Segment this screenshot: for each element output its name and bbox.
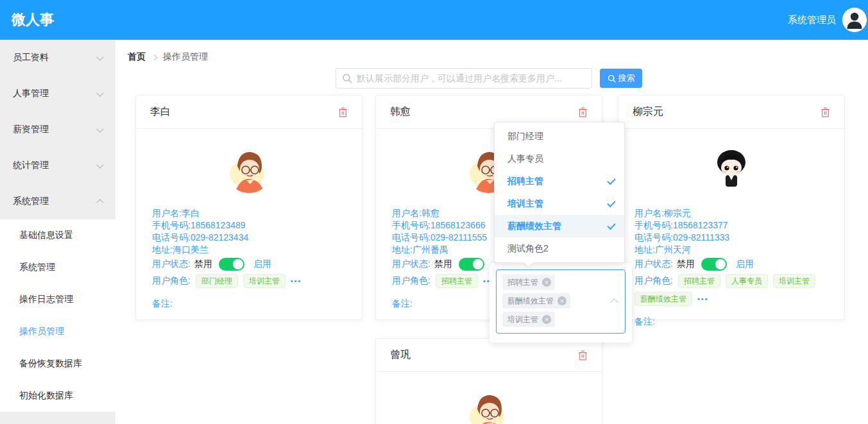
submenu-item-system-management[interactable]: 系统管理 bbox=[0, 251, 115, 284]
role-tag: 人事专员 bbox=[726, 274, 768, 288]
chevron-up-icon bbox=[96, 199, 103, 206]
role-tag: 培训主管 bbox=[243, 274, 285, 288]
avatar bbox=[464, 387, 513, 424]
status-row: 用户状态: 禁用 启用 bbox=[634, 257, 828, 271]
sidebar-item-hr-management[interactable]: 人事管理 bbox=[0, 76, 115, 112]
address-value: 广州番禺 bbox=[413, 244, 448, 255]
delete-user-button[interactable] bbox=[338, 107, 348, 117]
status-row: 用户状态: 禁用 启用 bbox=[152, 257, 346, 271]
status-toggle[interactable] bbox=[459, 258, 484, 271]
role-option-hr-specialist[interactable]: 人事专员 bbox=[495, 148, 624, 170]
role-option-recruitment-supervisor[interactable]: 招聘主管 bbox=[495, 170, 624, 192]
phone-line: 电话号码:029-82111333 bbox=[634, 232, 828, 244]
submenu-item-basic-info-settings[interactable]: 基础信息设置 bbox=[0, 219, 115, 251]
more-roles-button[interactable]: ••• bbox=[291, 277, 302, 285]
card-user-name: 韩愈 bbox=[390, 105, 411, 119]
submenu-item-operator-management[interactable]: 操作员管理 bbox=[0, 316, 115, 348]
role-tag: 招聘主管 bbox=[436, 274, 478, 288]
user-avatar[interactable] bbox=[842, 8, 867, 32]
search-button-label: 搜索 bbox=[618, 72, 635, 84]
status-label: 用户状态: bbox=[634, 259, 673, 270]
selected-role-tag: 招聘主管 × bbox=[502, 275, 555, 290]
role-option-label: 测试角色2 bbox=[507, 243, 549, 255]
username-value: 柳宗元 bbox=[664, 208, 691, 218]
username-value: 李白 bbox=[182, 208, 200, 218]
phone-label: 电话号码: bbox=[152, 232, 191, 242]
address-label: 地址: bbox=[152, 244, 173, 255]
delete-user-button[interactable] bbox=[821, 107, 830, 117]
app-logo: 微人事 bbox=[12, 10, 54, 30]
selected-role-label: 招聘主管 bbox=[507, 277, 538, 288]
sidebar-item-statistics-management[interactable]: 统计管理 bbox=[0, 148, 115, 183]
submenu-item-backup-restore-db[interactable]: 备份恢复数据库 bbox=[0, 348, 115, 380]
mobile-line: 手机号码:18568123377 bbox=[634, 219, 828, 232]
remark-line: 备注: bbox=[634, 316, 828, 341]
role-select-panel: 招聘主管 × 薪酬绩效主管 × 培训主管 × bbox=[489, 263, 632, 343]
delete-user-button[interactable] bbox=[578, 350, 588, 360]
address-label: 地址: bbox=[392, 244, 413, 255]
search-row: 搜索 bbox=[336, 68, 642, 89]
status-toggle[interactable] bbox=[701, 258, 727, 271]
app-window: 微人事 系统管理员 员工资料 人事管理 薪资管理 统计管理 bbox=[0, 0, 868, 424]
more-roles-button[interactable]: ••• bbox=[697, 295, 709, 303]
card-header: 李白 bbox=[136, 96, 362, 129]
user-card-liuzongyuan: 柳宗元 bbox=[618, 95, 845, 320]
phone-line: 电话号码:029-82123434 bbox=[152, 232, 346, 244]
sidebar-item-label: 薪资管理 bbox=[13, 124, 49, 135]
phone-label: 电话号码: bbox=[634, 232, 673, 242]
trash-icon bbox=[821, 107, 830, 117]
username-label: 用户名: bbox=[634, 208, 664, 218]
phone-value: 029-82111555 bbox=[430, 232, 487, 242]
role-label: 用户角色: bbox=[634, 275, 673, 287]
status-toggle[interactable] bbox=[219, 258, 244, 271]
trash-icon bbox=[578, 350, 588, 360]
selected-role-label: 培训主管 bbox=[507, 314, 538, 325]
search-input[interactable] bbox=[355, 69, 589, 88]
search-icon bbox=[342, 73, 352, 83]
delete-user-button[interactable] bbox=[578, 107, 588, 117]
sidebar-item-label: 员工资料 bbox=[13, 52, 49, 64]
card-user-name: 李白 bbox=[150, 105, 171, 119]
submenu-item-operation-log[interactable]: 操作日志管理 bbox=[0, 284, 115, 316]
remove-tag-button[interactable]: × bbox=[542, 315, 551, 324]
current-user-name: 系统管理员 bbox=[788, 14, 836, 26]
remove-tag-button[interactable]: × bbox=[542, 278, 551, 287]
status-disabled-label: 禁用 bbox=[677, 259, 695, 270]
role-option-department-manager[interactable]: 部门经理 bbox=[495, 125, 624, 148]
address-value: 广州天河 bbox=[655, 244, 691, 255]
role-option-training-supervisor[interactable]: 培训主管 bbox=[495, 192, 624, 215]
mobile-value: 18568123377 bbox=[673, 220, 728, 230]
search-icon bbox=[608, 74, 616, 83]
role-option-test-role-2[interactable]: 测试角色2 bbox=[495, 237, 624, 260]
submenu-item-init-db[interactable]: 初始化数据库 bbox=[0, 380, 115, 412]
phone-label: 电话号码: bbox=[392, 232, 430, 242]
role-option-compensation-supervisor[interactable]: 薪酬绩效主管 bbox=[495, 215, 624, 237]
role-dropdown-popup: 部门经理 人事专员 招聘主管 培训主管 薪酬绩效主管 测试角色2 bbox=[494, 122, 625, 263]
system-management-submenu: 基础信息设置 系统管理 操作日志管理 操作员管理 备份恢复数据库 初始化数据库 bbox=[0, 219, 115, 412]
status-disabled-label: 禁用 bbox=[194, 259, 212, 270]
status-label: 用户状态: bbox=[392, 259, 430, 270]
sidebar-item-label: 人事管理 bbox=[13, 88, 49, 99]
role-tag: 薪酬绩效主管 bbox=[634, 292, 692, 306]
role-multiselect-input[interactable]: 招聘主管 × 薪酬绩效主管 × 培训主管 × bbox=[496, 269, 625, 334]
chevron-down-icon bbox=[96, 125, 103, 132]
user-card-libai: 李白 bbox=[135, 95, 362, 320]
roles-row: 用户角色: 部门经理 培训主管 ••• bbox=[152, 274, 346, 288]
avatar bbox=[225, 144, 273, 193]
user-card-zenggong: 曾巩 bbox=[375, 338, 602, 424]
address-line: 地址:广州天河 bbox=[634, 244, 828, 256]
sidebar-item-employee-data[interactable]: 员工资料 bbox=[0, 40, 115, 76]
sidebar-item-salary-management[interactable]: 薪资管理 bbox=[0, 112, 115, 148]
toggle-knob bbox=[233, 259, 243, 269]
role-tag: 招聘主管 bbox=[678, 274, 720, 288]
search-button[interactable]: 搜索 bbox=[600, 69, 642, 88]
selected-role-label: 薪酬绩效主管 bbox=[507, 296, 554, 307]
phone-value: 029-82123434 bbox=[191, 232, 248, 242]
remove-tag-button[interactable]: × bbox=[557, 296, 566, 305]
breadcrumb-home[interactable]: 首页 bbox=[128, 51, 146, 63]
remark-line: 备注: bbox=[152, 298, 346, 323]
sidebar-item-system-management[interactable]: 系统管理 bbox=[0, 183, 115, 219]
address-value: 海口美兰 bbox=[173, 244, 208, 255]
username-label: 用户名: bbox=[152, 208, 182, 218]
role-tag: 培训主管 bbox=[773, 274, 815, 288]
